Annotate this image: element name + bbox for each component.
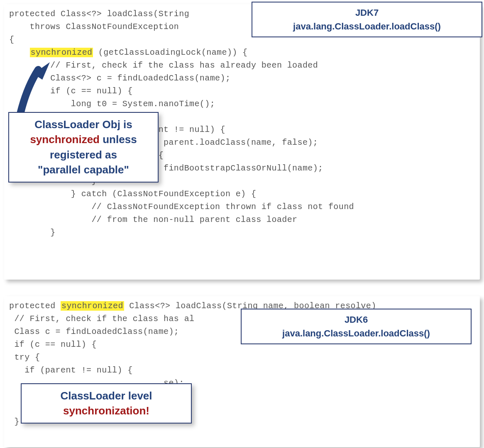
- highlight-synchronized-jdk7: synchronized: [30, 48, 93, 57]
- label-box-jdk6: JDK6 java.lang.ClassLoader.loadClass(): [241, 309, 472, 344]
- callout-line: registered as: [15, 147, 152, 162]
- highlight-synchronized-jdk6: synchronized: [61, 301, 124, 311]
- callout-jdk6: ClassLoader level synchronization!: [21, 383, 192, 424]
- code-text: protected: [9, 301, 61, 311]
- callout-line: ClassLoader Obj is: [15, 117, 152, 132]
- callout-red: synchronized: [30, 133, 100, 146]
- label-title: JDK6: [248, 313, 464, 326]
- callout-red: synchronization!: [63, 404, 149, 417]
- callout-jdk7: ClassLoader Obj is synchronized unless r…: [8, 112, 159, 183]
- code-panel-jdk7: protected Class<?> loadClass(String thro…: [4, 4, 480, 280]
- label-box-jdk7: JDK7 java.lang.ClassLoader.loadClass(): [252, 2, 482, 37]
- label-title: JDK7: [259, 6, 475, 19]
- label-sub: java.lang.ClassLoader.loadClass(): [248, 326, 464, 340]
- callout-line: ClassLoader level: [27, 388, 185, 403]
- label-sub: java.lang.ClassLoader.loadClass(): [259, 19, 475, 33]
- callout-line: synchronization!: [27, 403, 185, 418]
- callout-line: synchronized unless: [15, 132, 152, 147]
- callout-line: "parallel capable": [15, 162, 152, 177]
- callout-rest: unless: [100, 133, 137, 146]
- code-panel-jdk6: protected synchronized Class<?> loadClas…: [4, 296, 480, 447]
